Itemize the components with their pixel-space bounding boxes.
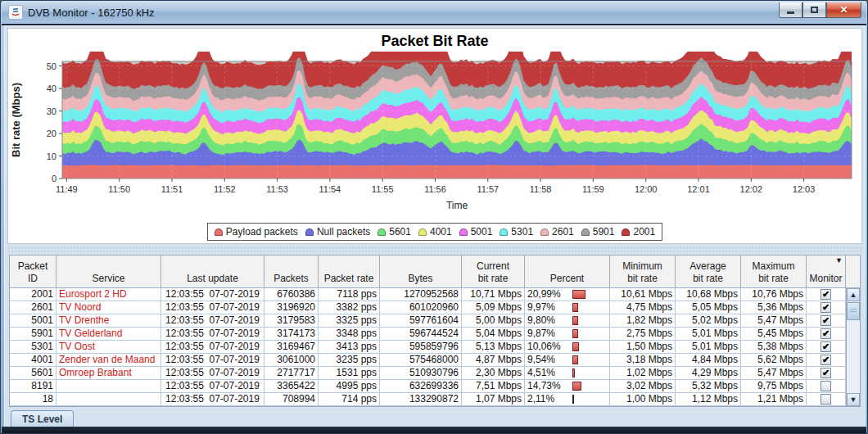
cell-service: TV Oost: [57, 341, 161, 354]
cell-service: Eurosport 2 HD: [57, 288, 161, 301]
cell-last_update: 12:03:55 07-07-2019: [161, 288, 264, 301]
cell-packets: 2717717: [264, 367, 319, 380]
column-header-label: Packets: [274, 273, 309, 285]
packet-bitrate-chart[interactable]: 0102030405011:4911:5011:5111:5211:5311:5…: [8, 52, 861, 222]
table-row[interactable]: 5901TV Gelderland12:03:55 07-07-20193174…: [10, 328, 846, 341]
column-header-packets[interactable]: Packets: [264, 255, 319, 287]
column-header-label: Percent: [550, 273, 584, 285]
scroll-down-button[interactable]: ▼: [847, 393, 860, 406]
cell-min: 10,61 Mbps: [610, 288, 676, 301]
table-row[interactable]: 5001TV Drenthe12:03:55 07-07-20193179583…: [10, 314, 846, 328]
bottom-tab-bar: TS Level: [4, 408, 866, 428]
cell-packet_id: 18: [10, 393, 57, 406]
table-row[interactable]: 2001Eurosport 2 HD12:03:55 07-07-2019676…: [10, 288, 846, 301]
x-tick-label: 11:54: [319, 184, 341, 194]
monitor-checkbox[interactable]: ✔: [821, 315, 831, 326]
percent-text: 14,73%: [527, 380, 561, 391]
column-header-last_update[interactable]: Last update: [161, 255, 264, 287]
x-tick-label: 11:52: [214, 184, 236, 194]
cell-current: 2,30 Mbps: [462, 367, 525, 380]
column-header-bytes[interactable]: Bytes: [380, 255, 462, 287]
cell-percent: 10,06%: [525, 341, 610, 354]
cell-current: 5,00 Mbps: [462, 314, 525, 328]
legend-item: Payload packets: [215, 226, 298, 237]
cell-max: 5,45 Mbps: [741, 328, 807, 341]
thumb-grip-icon: [850, 309, 857, 314]
cell-current: 5,04 Mbps: [462, 328, 525, 341]
x-tick-label: 11:55: [372, 184, 394, 194]
column-header-current[interactable]: Current bit rate: [462, 255, 525, 287]
column-header-percent[interactable]: Percent: [525, 255, 610, 287]
column-header-service[interactable]: Service: [57, 255, 161, 287]
maximize-button[interactable]: [802, 2, 826, 18]
percent-bar: [572, 382, 581, 391]
split-pane-divider[interactable]: [7, 246, 862, 253]
scroll-up-button[interactable]: ▲: [847, 288, 860, 301]
monitor-checkbox[interactable]: ✔: [821, 289, 831, 300]
minimize-button[interactable]: [779, 2, 802, 18]
table-row[interactable]: 5301TV Oost12:03:55 07-07-20193169467341…: [10, 341, 846, 354]
monitor-sort-icon[interactable]: ▼: [835, 256, 843, 264]
x-tick-label: 11:49: [56, 184, 78, 194]
legend-swatch-icon: [459, 228, 468, 236]
cell-max: 5,47 Mbps: [741, 314, 807, 328]
column-header-max[interactable]: Maximum bit rate: [741, 255, 807, 287]
cell-avg: 10,68 Mbps: [676, 288, 741, 301]
monitor-checkbox[interactable]: [821, 394, 831, 405]
cell-avg: 4,29 Mbps: [676, 367, 741, 380]
table-row[interactable]: 2601TV Noord12:03:55 07-07-2019319692033…: [10, 301, 846, 314]
legend-item: 5301: [500, 226, 533, 237]
monitor-checkbox[interactable]: [821, 381, 831, 391]
legend-label: Payload packets: [226, 226, 298, 237]
cell-last_update: 12:03:55 07-07-2019: [161, 393, 264, 406]
monitor-checkbox[interactable]: ✔: [821, 368, 831, 378]
column-header-packet_rate[interactable]: Packet rate: [319, 255, 380, 287]
close-button[interactable]: ✕: [826, 2, 861, 18]
cell-service: TV Gelderland: [57, 328, 161, 341]
cell-bytes: 597761604: [380, 314, 462, 328]
cell-min: 1,00 Mbps: [610, 393, 676, 406]
title-bar[interactable]: DVB Monitor - 162750 kHz ✕: [2, 1, 866, 24]
window-controls: ✕: [779, 2, 861, 18]
minimize-icon: [787, 11, 794, 14]
cell-monitor: [807, 393, 846, 406]
column-header-min[interactable]: Minimum bit rate: [610, 255, 676, 287]
legend-swatch-icon: [418, 228, 427, 236]
cell-bytes: 510930796: [380, 367, 462, 380]
legend-item: 2001: [622, 226, 655, 237]
monitor-checkbox[interactable]: ✔: [821, 302, 831, 313]
cell-last_update: 12:03:55 07-07-2019: [161, 367, 264, 380]
table-row[interactable]: 819112:03:55 07-07-201933654224995 pps63…: [10, 380, 846, 393]
column-header-label: Bytes: [408, 273, 432, 285]
y-tick-label: 10: [47, 151, 57, 161]
table-row[interactable]: 4001Zender van de Maand12:03:55 07-07-20…: [10, 354, 846, 367]
percent-text: 9,80%: [527, 314, 555, 326]
table-scrollbar[interactable]: ▲ ▼: [846, 288, 860, 406]
column-header-monitor[interactable]: Monitor▼: [807, 255, 846, 287]
scrollbar-thumb[interactable]: [847, 302, 860, 320]
services-table: Packet IDServiceLast updatePacketsPacket…: [9, 255, 861, 407]
legend-item: 2601: [540, 226, 574, 237]
column-header-label: Current bit rate: [477, 260, 509, 285]
column-header-avg[interactable]: Average bit rate: [676, 255, 741, 287]
column-header-packet_id[interactable]: Packet ID: [10, 255, 57, 287]
monitor-checkbox[interactable]: ✔: [821, 328, 831, 339]
bitrate-chart-panel: Packet Bit Rate 0102030405011:4911:5011:…: [7, 28, 862, 244]
cell-packet_rate: 3325 pps: [319, 314, 380, 328]
monitor-checkbox[interactable]: ✔: [821, 355, 831, 365]
table-row[interactable]: 1812:03:55 07-07-2019708994714 pps133290…: [10, 393, 846, 406]
percent-bar: [572, 368, 575, 377]
percent-bar: [572, 342, 579, 351]
table-row[interactable]: 5601Omroep Brabant12:03:55 07-07-2019271…: [10, 367, 846, 380]
cell-service: [57, 380, 161, 393]
percent-bar: [572, 303, 578, 312]
monitor-checkbox[interactable]: ✔: [821, 341, 831, 352]
cell-min: 1,82 Mbps: [610, 314, 676, 328]
cell-packets: 708994: [264, 393, 319, 406]
cell-packet_rate: 3413 pps: [319, 341, 380, 354]
window-content: Packet Bit Rate 0102030405011:4911:5011:…: [4, 25, 866, 428]
legend-swatch-icon: [581, 228, 590, 236]
cell-packet_id: 2601: [10, 301, 57, 314]
tab-ts-level[interactable]: TS Level: [11, 410, 74, 428]
cell-max: 5,62 Mbps: [741, 354, 807, 367]
